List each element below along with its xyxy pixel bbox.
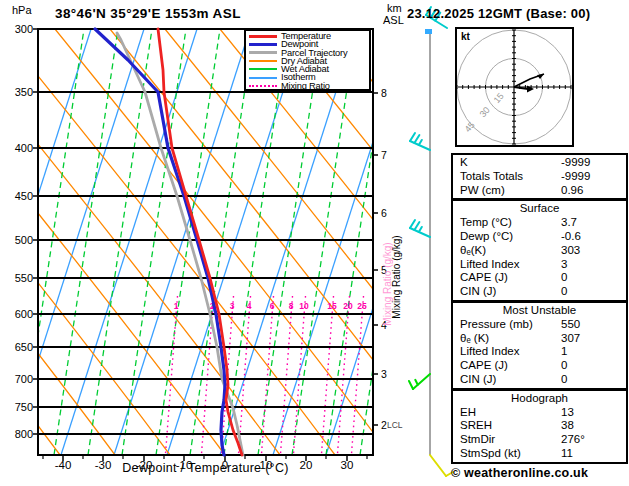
- wind-barb-7km: [410, 133, 430, 150]
- legend-swatch: [249, 68, 277, 70]
- mixing-ratio-line: [352, 296, 364, 454]
- table-row-value: 276°: [561, 433, 585, 447]
- legend-swatch: [249, 60, 277, 62]
- table-row-value: -9999: [561, 156, 590, 170]
- pressure-tick-label: 400: [15, 142, 33, 154]
- barb-shaft: [430, 455, 446, 476]
- table-row: EH13: [453, 406, 626, 420]
- table-row: PW (cm)0.96: [453, 184, 626, 198]
- table-row-label: Lifted Index: [460, 345, 519, 359]
- table-row: CIN (J)0: [453, 285, 626, 299]
- barb-feather: [419, 140, 422, 145]
- table-row-label: StmSpd (kt): [460, 447, 521, 461]
- table-row-value: 38: [561, 419, 574, 433]
- mixing-ratio-line: [239, 296, 251, 454]
- hodo-ring-label: 30: [478, 105, 492, 119]
- mixing-ratio-line: [166, 296, 178, 454]
- table-row-label: SREH: [460, 419, 492, 433]
- table-row-value: -9999: [561, 170, 590, 184]
- altitude-unit-asl: ASL: [383, 14, 404, 26]
- pressure-tick-label: 500: [15, 234, 33, 246]
- table-row-label: PW (cm): [460, 184, 505, 198]
- table-row-label: K: [460, 156, 468, 170]
- table-row-label: θₑ(K): [460, 244, 486, 258]
- legend-swatch: [249, 51, 277, 54]
- wind-staff-top-marker: [425, 29, 432, 34]
- copyright: © weatheronline.co.uk: [451, 466, 588, 480]
- table-row-label: EH: [460, 406, 476, 420]
- table-row-value: 1: [561, 345, 567, 359]
- hodo-ring-label: 15: [492, 91, 506, 105]
- table-row: StmSpd (kt)11: [453, 447, 626, 461]
- table-row-value: 0.96: [561, 184, 583, 198]
- table-row: Dewp (°C)-0.6: [453, 230, 626, 244]
- barb-feather: [419, 227, 422, 232]
- table-row-value: 3: [561, 258, 567, 272]
- altitude-unit-km: km: [387, 2, 402, 14]
- table-row-label: Lifted Index: [460, 258, 519, 272]
- legend-label: Mixing Ratio: [281, 82, 330, 90]
- table-section-header: Most Unstable: [453, 304, 626, 318]
- mixing-ratio-value-label: 3: [230, 301, 235, 311]
- table-row-label: CIN (J): [460, 373, 496, 387]
- mixing-ratio-value-label: 15: [327, 301, 337, 311]
- page-title: 38°46'N 35°29'E 1553m ASL: [55, 6, 241, 21]
- table-row-value: 11: [561, 447, 573, 461]
- legend-swatch: [249, 77, 277, 79]
- pressure-unit-label: hPa: [12, 4, 32, 16]
- table-row: SREH38: [453, 419, 626, 433]
- pressure-tick-label: 800: [15, 428, 33, 440]
- table-row: θₑ (K)307: [453, 332, 626, 346]
- table-section-surface: SurfaceTemp (°C)3.7Dewp (°C)-0.6θₑ(K)303…: [451, 199, 628, 302]
- legend-item-mixing-ratio: Mixing Ratio: [249, 82, 369, 90]
- table-row-label: Dewp (°C): [460, 230, 513, 244]
- table-row-value: 0: [561, 285, 567, 299]
- table-row-label: CIN (J): [460, 285, 496, 299]
- barb-feather: [410, 133, 415, 141]
- lcl-label: LCL: [387, 420, 403, 430]
- table-row-value: 13: [561, 406, 574, 420]
- wind-barb-sfc: [430, 455, 453, 476]
- mixing-ratio-value-label: 8: [289, 301, 294, 311]
- wet-adiabat-line: [394, 29, 458, 455]
- table-row: Pressure (mb)550: [453, 318, 626, 332]
- mixing-ratio-value-label: 20: [343, 301, 353, 311]
- km-tick-label: 6: [381, 207, 387, 219]
- pressure-tick-label: 300: [15, 23, 33, 35]
- mixing-ratio-value-label: 1: [174, 301, 179, 311]
- legend-swatch: [249, 43, 277, 46]
- table-section-indices: K-9999Totals Totals-9999PW (cm)0.96: [451, 153, 628, 200]
- table-row-value: 303: [561, 244, 580, 258]
- km-tick-label: 3: [381, 368, 387, 380]
- km-tick-label: 8: [381, 87, 387, 99]
- table-section-most-unstable: Most UnstablePressure (mb)550θₑ (K)307Li…: [451, 301, 628, 390]
- table-row: CAPE (J)0: [453, 271, 626, 285]
- table-row-value: 0: [561, 359, 567, 373]
- barb-feather: [414, 222, 419, 230]
- x-axis-title: Dewpoint / Temperature (°C): [38, 461, 373, 475]
- barb-feather: [415, 380, 418, 385]
- mixing-ratio-value-label: 25: [357, 301, 367, 311]
- table-row-value: -0.6: [561, 230, 581, 244]
- table-row: Lifted Index1: [453, 345, 626, 359]
- mixing-ratio-value-label: 4: [247, 301, 252, 311]
- table-row-label: Totals Totals: [460, 170, 523, 184]
- pressure-tick-label: 700: [15, 373, 33, 385]
- barb-feather: [409, 381, 413, 389]
- legend-swatch: [249, 85, 277, 87]
- table-row: Totals Totals-9999: [453, 170, 626, 184]
- barb-feather: [414, 135, 419, 143]
- pressure-tick-label: 750: [15, 401, 33, 413]
- table-row-value: 307: [561, 332, 580, 346]
- skewt-sounding-app: { "header": { "pressure_unit": "hPa", "t…: [0, 0, 629, 486]
- hodo-ring-label: 45: [463, 120, 477, 134]
- pressure-tick-label: 650: [15, 341, 33, 353]
- valid-date: 23.12.2025 12GMT (Base: 00): [407, 6, 590, 21]
- wind-barb-3km: [409, 374, 430, 389]
- legend-swatch: [249, 35, 277, 38]
- table-row: Temp (°C)3.7: [453, 216, 626, 230]
- table-section-header: Hodograph: [453, 392, 626, 406]
- table-row: StmDir276°: [453, 433, 626, 447]
- table-row: CIN (J)0: [453, 373, 626, 387]
- mixing-ratio-value-label: 10: [299, 301, 309, 311]
